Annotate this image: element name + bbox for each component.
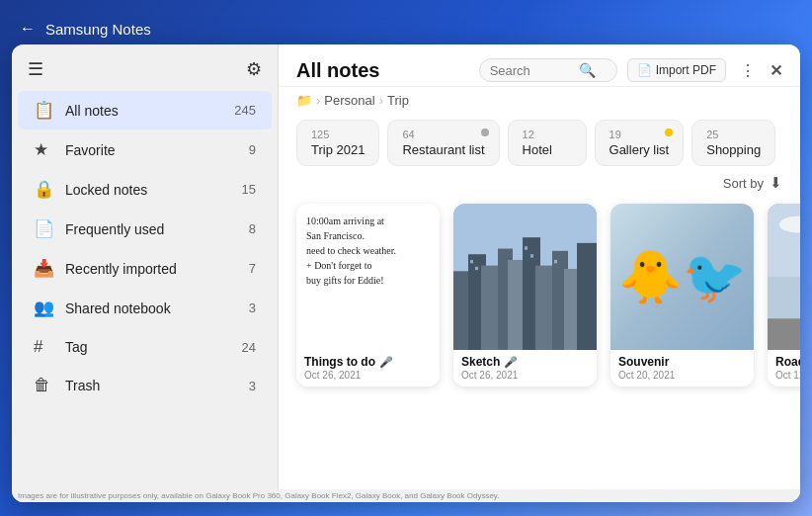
more-options-icon[interactable]: ⋮: [740, 61, 756, 80]
svg-rect-25: [768, 318, 800, 350]
main-content: All notes 🔍 📄 Import PDF ⋮ ✕ 📁 › Persona…: [279, 44, 800, 502]
note-card-title-souvenir: Souvenir: [618, 355, 669, 369]
folder-tab-name-2: Hotel: [523, 142, 552, 157]
folder-tab-count-2: 12: [523, 129, 534, 140]
back-button[interactable]: ←: [20, 20, 36, 38]
folder-tab-3[interactable]: 19 Gallery list: [595, 120, 685, 166]
frequently-used-count: 8: [249, 221, 256, 236]
folder-tab-count-0: 125: [311, 129, 329, 140]
sidebar-item-locked-notes[interactable]: 🔒 Locked notes 15: [18, 170, 272, 209]
content-header: All notes 🔍 📄 Import PDF ⋮ ✕: [279, 44, 800, 87]
breadcrumb: 📁 › Personal › Trip: [279, 87, 800, 112]
note-card-souvenir[interactable]: 🐥🐦 Souvenir Oct 20, 2021: [610, 204, 754, 387]
note-card-date-souvenir: Oct 20, 2021: [618, 370, 746, 381]
search-input[interactable]: [490, 63, 579, 78]
gear-icon[interactable]: ⚙: [246, 58, 262, 80]
sidebar-items-container: 📋 All notes 245 ★ Favorite 9 🔒 Locked no…: [12, 90, 278, 405]
import-pdf-button[interactable]: 📄 Import PDF: [627, 58, 726, 82]
note-card-date-things-to-do: Oct 26, 2021: [304, 370, 432, 381]
folder-tab-count-4: 25: [706, 129, 718, 140]
folder-tab-1[interactable]: 64 Restaurant list: [387, 120, 499, 166]
folder-tab-dot-1: [481, 129, 489, 136]
sidebar-item-trash[interactable]: 🗑 Trash 3: [18, 367, 272, 404]
svg-rect-13: [525, 246, 528, 249]
import-pdf-icon: 📄: [637, 63, 652, 77]
shared-notebook-icon: 👥: [34, 298, 59, 318]
svg-rect-10: [577, 243, 597, 350]
note-card-title-things-to-do: Things to do: [304, 355, 375, 369]
folder-tab-4[interactable]: 25 Shopping: [691, 120, 775, 166]
svg-rect-14: [530, 254, 533, 257]
hamburger-icon[interactable]: ☰: [28, 58, 43, 80]
all-notes-count: 245: [234, 103, 256, 118]
shared-notebook-label: Shared notebook: [65, 301, 245, 316]
sidebar-item-tag[interactable]: # Tag 24: [18, 328, 272, 366]
sidebar-item-all-notes[interactable]: 📋 All notes 245: [18, 91, 272, 129]
breadcrumb-trip[interactable]: Trip: [387, 93, 409, 108]
folder-tab-2[interactable]: 12 Hotel: [508, 120, 587, 166]
mic-icon-sketch: 🎤: [504, 356, 518, 369]
title-bar: ← Samsung Notes: [20, 14, 792, 43]
note-card-bottom-sketch: Sketch 🎤 Oct 26, 2021: [453, 350, 597, 387]
sidebar-item-shared-notebook[interactable]: 👥 Shared notebook 3: [18, 289, 272, 327]
folder-tab-count-3: 19: [609, 129, 621, 140]
folder-tab-0[interactable]: 125 Trip 2021: [296, 120, 379, 166]
note-card-things-to-do[interactable]: 10:00am arriving atSan Francisco.need to…: [296, 204, 440, 387]
tag-label: Tag: [65, 339, 238, 355]
note-card-title-road-trip: Road trip: [775, 355, 800, 369]
disclaimer: Images are for illustrative purposes onl…: [12, 489, 800, 502]
search-icon: 🔍: [579, 62, 596, 78]
sort-label: Sort by: [723, 176, 764, 191]
note-card-bottom-souvenir: Souvenir Oct 20, 2021: [610, 350, 754, 387]
sidebar: ☰ ⚙ 📋 All notes 245 ★ Favorite 9 🔒 Locke…: [12, 44, 279, 502]
sidebar-header: ☰ ⚙: [12, 44, 278, 90]
sidebar-item-favorite[interactable]: ★ Favorite 9: [18, 130, 272, 169]
folder-tab-name-3: Gallery list: [609, 142, 670, 157]
frequently-used-icon: 📄: [34, 218, 59, 239]
note-card-bottom-road-trip: Road trip Oct 12, 2021: [768, 350, 800, 387]
import-pdf-label: Import PDF: [656, 63, 716, 77]
sort-bar: Sort by ⬇: [279, 172, 800, 196]
folder-tab-name-1: Restaurant list: [402, 142, 484, 157]
folder-tab-name-4: Shopping: [706, 142, 761, 157]
souvenir-img: 🐥🐦: [610, 204, 754, 350]
note-card-bottom-things-to-do: Things to do 🎤 Oct 26, 2021: [296, 350, 440, 387]
note-card-title-sketch: Sketch: [461, 355, 500, 369]
recently-imported-icon: 📥: [34, 258, 59, 279]
sidebar-item-frequently-used[interactable]: 📄 Frequently used 8: [18, 210, 272, 248]
breadcrumb-home-icon[interactable]: 📁: [296, 93, 312, 108]
folder-tab-dot-3: [665, 129, 673, 136]
svg-rect-15: [554, 260, 557, 263]
note-card-sketch[interactable]: Sketch 🎤 Oct 26, 2021: [453, 204, 597, 387]
page-title: All notes: [296, 59, 469, 82]
search-bar[interactable]: 🔍: [479, 58, 617, 82]
note-card-date-road-trip: Oct 12, 2021: [775, 370, 800, 381]
road-trip-img: [768, 204, 800, 350]
svg-rect-17: [768, 204, 800, 277]
favorite-label: Favorite: [65, 142, 245, 158]
mic-icon-things-to-do: 🎤: [379, 356, 393, 369]
all-notes-icon: 📋: [34, 100, 59, 121]
folder-tab-name-0: Trip 2021: [311, 142, 365, 157]
app-title: Samsung Notes: [45, 21, 151, 38]
sidebar-item-recently-imported[interactable]: 📥 Recently imported 7: [18, 249, 272, 288]
locked-notes-count: 15: [242, 182, 256, 197]
recently-imported-count: 7: [249, 261, 256, 276]
folder-tab-count-1: 64: [402, 129, 414, 140]
breadcrumb-personal[interactable]: Personal: [324, 93, 374, 108]
locked-notes-label: Locked notes: [65, 182, 238, 198]
svg-rect-11: [470, 260, 473, 263]
trash-label: Trash: [65, 378, 245, 393]
sort-icon[interactable]: ⬇: [770, 174, 782, 192]
handwriting-content: 10:00am arriving atSan Francisco.need to…: [296, 204, 440, 350]
shared-notebook-count: 3: [249, 301, 256, 315]
trash-icon: 🗑: [34, 376, 59, 395]
trash-count: 3: [249, 379, 256, 393]
recently-imported-label: Recently imported: [65, 261, 245, 277]
note-card-road-trip[interactable]: Road trip Oct 12, 2021: [768, 204, 800, 387]
tag-count: 24: [242, 340, 256, 355]
close-button[interactable]: ✕: [770, 61, 782, 80]
all-notes-label: All notes: [65, 103, 230, 119]
main-window: ☰ ⚙ 📋 All notes 245 ★ Favorite 9 🔒 Locke…: [12, 44, 800, 502]
tag-icon: #: [34, 337, 59, 357]
